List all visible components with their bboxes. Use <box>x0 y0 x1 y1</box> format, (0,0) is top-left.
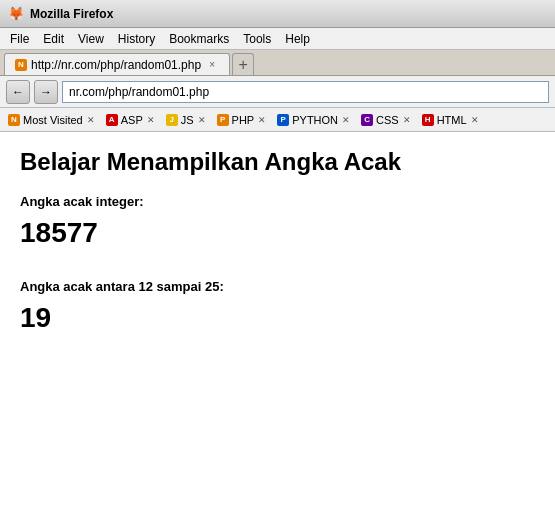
bookmark-asp-icon: A <box>106 114 118 126</box>
bookmark-html-label: HTML <box>437 114 467 126</box>
bookmark-html-close[interactable]: ✕ <box>470 115 480 125</box>
page-title: Belajar Menampilkan Angka Acak <box>20 148 535 176</box>
bookmark-python-label: PYTHON <box>292 114 338 126</box>
menu-history[interactable]: History <box>112 30 161 48</box>
bookmark-js-icon: J <box>166 114 178 126</box>
forward-icon: → <box>40 85 52 99</box>
menu-tools[interactable]: Tools <box>237 30 277 48</box>
bookmark-js-label: JS <box>181 114 194 126</box>
nav-bar: ← → <box>0 76 555 108</box>
menu-file[interactable]: File <box>4 30 35 48</box>
tab-bar: N http://nr.com/php/random01.php × + <box>0 50 555 76</box>
bookmark-most-visited-label: Most Visited <box>23 114 83 126</box>
address-bar[interactable] <box>62 81 549 103</box>
bookmark-html[interactable]: H HTML ✕ <box>418 113 484 127</box>
bookmark-python-icon: P <box>277 114 289 126</box>
back-icon: ← <box>12 85 24 99</box>
title-bar-text: Mozilla Firefox <box>30 7 113 21</box>
bookmark-asp[interactable]: A ASP ✕ <box>102 113 160 127</box>
bookmark-php-icon: P <box>217 114 229 126</box>
bookmark-most-visited[interactable]: N Most Visited ✕ <box>4 113 100 127</box>
menu-bookmarks[interactable]: Bookmarks <box>163 30 235 48</box>
bookmark-asp-label: ASP <box>121 114 143 126</box>
section1-value: 18577 <box>20 217 535 249</box>
bookmark-most-visited-close[interactable]: ✕ <box>86 115 96 125</box>
bookmark-python[interactable]: P PYTHON ✕ <box>273 113 355 127</box>
tab-close-button[interactable]: × <box>205 58 219 72</box>
bookmark-css-label: CSS <box>376 114 399 126</box>
section1-label: Angka acak integer: <box>20 194 535 209</box>
bookmark-html-icon: H <box>422 114 434 126</box>
bookmark-php-label: PHP <box>232 114 255 126</box>
bookmark-php-close[interactable]: ✕ <box>257 115 267 125</box>
bookmark-css-icon: C <box>361 114 373 126</box>
back-button[interactable]: ← <box>6 80 30 104</box>
bookmark-css-close[interactable]: ✕ <box>402 115 412 125</box>
bookmark-js[interactable]: J JS ✕ <box>162 113 211 127</box>
forward-button[interactable]: → <box>34 80 58 104</box>
bookmarks-bar: N Most Visited ✕ A ASP ✕ J JS ✕ P PHP ✕ … <box>0 108 555 132</box>
browser-tab[interactable]: N http://nr.com/php/random01.php × <box>4 53 230 75</box>
section2-label: Angka acak antara 12 sampai 25: <box>20 279 535 294</box>
bookmark-php[interactable]: P PHP ✕ <box>213 113 272 127</box>
menu-view[interactable]: View <box>72 30 110 48</box>
section2-value: 19 <box>20 302 535 334</box>
bookmark-js-close[interactable]: ✕ <box>197 115 207 125</box>
tab-label: http://nr.com/php/random01.php <box>31 58 201 72</box>
title-bar: 🦊 Mozilla Firefox <box>0 0 555 28</box>
menu-bar: File Edit View History Bookmarks Tools H… <box>0 28 555 50</box>
tab-favicon: N <box>15 59 27 71</box>
menu-help[interactable]: Help <box>279 30 316 48</box>
new-tab-button[interactable]: + <box>232 53 254 75</box>
bookmark-asp-close[interactable]: ✕ <box>146 115 156 125</box>
bookmark-css[interactable]: C CSS ✕ <box>357 113 416 127</box>
bookmark-most-visited-icon: N <box>8 114 20 126</box>
page-content: Belajar Menampilkan Angka Acak Angka aca… <box>0 132 555 507</box>
menu-edit[interactable]: Edit <box>37 30 70 48</box>
firefox-icon: 🦊 <box>8 6 24 22</box>
bookmark-python-close[interactable]: ✕ <box>341 115 351 125</box>
